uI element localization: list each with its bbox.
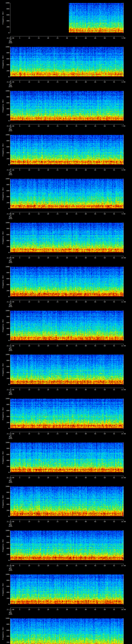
x-tick-label: 50 <box>104 521 106 522</box>
x-tick-label: 50 <box>104 565 106 566</box>
y-tick-label: 200 <box>4 246 9 248</box>
right-axis-minor-tick <box>123 412 124 412</box>
right-axis-major-tick <box>122 109 124 109</box>
right-axis-minor-tick <box>123 63 124 64</box>
y-tick-label: 0 <box>4 164 9 166</box>
time-end-label: 15:00 <box>121 477 126 478</box>
x-tick-label: 10 <box>28 37 30 39</box>
right-axis-minor-tick <box>123 74 124 74</box>
right-axis-major-tick <box>122 191 124 191</box>
x-tick-label: 5 <box>19 345 20 346</box>
x-tick-label: 15 <box>38 521 40 522</box>
x-tick-label: 15 <box>38 213 40 215</box>
x-tick-label: 40 <box>85 521 86 522</box>
x-tick-label: 30 <box>66 345 68 346</box>
x-tick-label: 50 <box>104 433 106 434</box>
right-axis-minor-tick <box>123 535 124 535</box>
right-axis-minor-tick <box>123 245 124 245</box>
time-axis-tick <box>95 432 96 433</box>
right-axis-minor-tick <box>123 50 124 50</box>
y-axis-major-tick <box>9 516 10 516</box>
right-axis-minor-tick <box>123 106 124 106</box>
x-tick-label: 25 <box>56 477 58 478</box>
time-axis-tick <box>114 256 114 257</box>
time-end-label: 11:00 <box>121 301 126 303</box>
x-tick-label: 35 <box>76 125 77 127</box>
right-axis-minor-tick <box>123 426 124 426</box>
y-tick-label: 0 <box>4 560 9 561</box>
time-end-label: 9:00 <box>122 213 126 215</box>
x-tick-label: 45 <box>94 213 96 215</box>
x-tick-label: 55 <box>113 345 115 346</box>
right-axis-major-tick <box>122 580 124 580</box>
y-axis-title: Frequency (Hz) <box>2 539 4 552</box>
x-tick-label: 30 <box>66 81 68 83</box>
right-axis-minor-tick <box>123 595 124 596</box>
y-tick-label: 600 <box>4 586 9 587</box>
y-tick-label: 400 <box>4 548 9 549</box>
time-axis-tick <box>48 520 48 520</box>
right-axis-minor-tick <box>123 151 124 152</box>
right-axis-major-tick <box>122 71 124 71</box>
x-tick-label: 10 <box>28 433 30 434</box>
x-tick-label: 45 <box>94 169 96 171</box>
time-axis-tick <box>48 124 48 125</box>
right-axis-minor-tick <box>123 402 124 402</box>
time-axis-tick <box>95 124 96 125</box>
right-axis-minor-tick <box>123 621 124 622</box>
y-tick-label: 400 <box>4 372 9 373</box>
time-axis-tick <box>48 476 48 477</box>
time-end-label: 8:00 <box>122 169 126 171</box>
y-axis-title: Frequency (Hz) <box>2 583 4 596</box>
right-axis-minor-tick <box>123 60 124 60</box>
right-axis-major-tick <box>122 354 124 355</box>
x-tick-label: 20 <box>47 521 49 522</box>
x-tick-label: 55 <box>113 257 115 259</box>
x-tick-label: 40 <box>85 301 86 303</box>
x-tick-label: 25 <box>56 345 58 346</box>
right-axis-minor-tick <box>123 365 124 365</box>
y-tick-label: 1000 <box>4 398 9 400</box>
y-tick-label: 600 <box>4 542 9 543</box>
right-axis-minor-tick <box>123 364 124 364</box>
y-tick-label: 400 <box>4 20 9 22</box>
x-tick-label: 20 <box>47 213 49 215</box>
date-line: 2015 <box>9 614 12 615</box>
x-tick-label: 55 <box>113 169 115 171</box>
y-axis-major-tick <box>9 340 10 341</box>
spectrogram-panel: Frequency (Hz)0200400600800100021:10:005… <box>0 264 132 308</box>
x-tick-label: 35 <box>76 565 77 566</box>
right-axis-minor-tick <box>123 641 124 641</box>
x-tick-label: 40 <box>85 125 86 127</box>
right-axis-minor-tick <box>123 248 124 248</box>
spectrogram-plot <box>10 223 124 252</box>
right-axis-minor-tick <box>123 532 124 532</box>
x-tick-label: 35 <box>76 521 77 522</box>
y-tick-label: 800 <box>4 140 9 142</box>
time-end-label: 5:00 <box>122 37 126 39</box>
spectrogram-plot <box>10 354 124 384</box>
right-axis-minor-tick <box>123 420 124 420</box>
right-axis-major-tick <box>122 466 124 467</box>
right-axis-minor-tick <box>123 629 124 629</box>
y-axis-major-tick <box>9 252 10 253</box>
x-tick-label: 40 <box>85 345 86 346</box>
right-axis-major-tick <box>122 159 124 159</box>
y-tick-label: 0 <box>4 604 9 605</box>
y-tick-label: 200 <box>4 290 9 292</box>
y-tick-label: 400 <box>4 592 9 593</box>
right-axis-minor-tick <box>123 424 124 424</box>
time-end-label: 10:00 <box>121 257 126 259</box>
y-tick-label: 800 <box>4 536 9 537</box>
x-tick-label: 45 <box>94 125 96 127</box>
time-end-label: 17:00 <box>121 565 126 566</box>
y-tick-label: 400 <box>4 240 9 241</box>
x-tick-label: 10 <box>28 257 30 259</box>
right-axis-minor-tick <box>123 195 124 196</box>
y-axis-major-tick <box>9 121 10 121</box>
time-axis-tick <box>95 256 96 257</box>
y-tick-label: 400 <box>4 108 9 110</box>
right-axis-major-tick <box>122 21 124 21</box>
right-axis-minor-tick <box>123 626 124 626</box>
x-tick-label: 10 <box>28 521 30 522</box>
